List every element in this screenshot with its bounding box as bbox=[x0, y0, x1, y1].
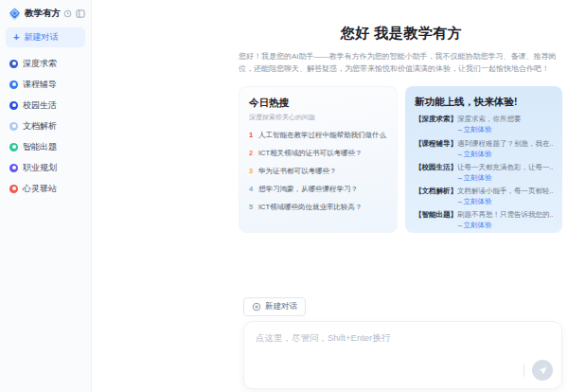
message-input-box bbox=[243, 321, 562, 389]
rank-number: 4 bbox=[249, 185, 255, 194]
hot-search-card: 今日热搜 深度探索你关心的问题 1 人工智能在教学过程中能帮助我们做什么？ 2 … bbox=[239, 86, 398, 233]
feature-tag: 【校园生活】 bbox=[415, 163, 457, 171]
quiz-generator-icon bbox=[9, 143, 18, 151]
try-now-link[interactable]: →立刻体验 bbox=[456, 173, 553, 182]
feature-tag: 【深度求索】 bbox=[415, 115, 457, 123]
new-chat-button-label: 新建对话 bbox=[265, 301, 297, 312]
sidebar-item-course-tutoring[interactable]: 课程辅导 bbox=[6, 74, 85, 95]
feature-desc: 让每一天都充满色彩，让每一... bbox=[457, 163, 553, 171]
rank-number: 2 bbox=[249, 149, 255, 158]
sidebar-item-doc-analysis[interactable]: 文档解析 bbox=[6, 116, 85, 136]
sidebar-item-label: 校园生活 bbox=[23, 99, 57, 112]
app-logo-icon bbox=[8, 7, 22, 21]
sidebar-item-label: 智能出题 bbox=[23, 141, 57, 153]
campus-life-icon bbox=[9, 101, 18, 110]
career-planning-icon bbox=[9, 164, 18, 172]
cards-row: 今日热搜 深度探索你关心的问题 1 人工智能在教学过程中能帮助我们做什么？ 2 … bbox=[239, 86, 564, 233]
sidebar-item-deep-search[interactable]: 深度求索 bbox=[6, 53, 85, 74]
sidebar-item-campus-life[interactable]: 校园生活 bbox=[6, 95, 85, 116]
feature-desc: 遇到课程难题了？别急，我在... bbox=[457, 139, 553, 148]
feature-desc: 刷题不再愁！只需告诉我您的... bbox=[457, 210, 553, 219]
hot-search-item-text: 人工智能在教学过程中能帮助我们做什么？ bbox=[258, 131, 387, 140]
feature-tag: 【智能出题】 bbox=[415, 210, 457, 219]
sidebar-header-actions bbox=[63, 9, 85, 18]
hot-search-item[interactable]: 3 华为证书都可以考哪些？ bbox=[249, 167, 387, 176]
new-chat-button[interactable]: 新建对话 bbox=[243, 297, 306, 316]
new-features-card: 新功能上线，快来体验! 【深度求索】 深度求索，你所想要 →立刻体验 【课程辅导… bbox=[405, 86, 562, 233]
doc-analysis-icon bbox=[9, 122, 18, 131]
greeting-title: 您好 我是教学有方 bbox=[239, 25, 564, 43]
welcome-section: 您好 我是教学有方 您好！我是您的AI助手——教学有方作为您的智能小助手，我不仅… bbox=[239, 0, 564, 233]
feature-item: 【校园生活】 让每一天都充满色彩，让每一... →立刻体验 bbox=[415, 163, 553, 182]
collapse-sidebar-icon[interactable] bbox=[76, 9, 85, 18]
divider bbox=[524, 364, 524, 377]
hot-search-item-text: 华为证书都可以考哪些？ bbox=[258, 167, 337, 176]
sidebar-header: 教学有方 bbox=[6, 5, 85, 27]
feature-item: 【文档解析】 文档解读小能手，每一页都轻... →立刻体验 bbox=[415, 187, 553, 205]
hot-search-item-text: ICT领域哪些岗位就业率比较高？ bbox=[258, 203, 363, 212]
sidebar-new-chat-button[interactable]: + 新建对话 bbox=[6, 27, 85, 47]
main-area: 您好 我是教学有方 您好！我是您的AI助手——教学有方作为您的智能小助手，我不仅… bbox=[92, 0, 568, 392]
sidebar-item-label: 深度求索 bbox=[23, 58, 57, 70]
sidebar-item-label: 心灵驿站 bbox=[23, 183, 57, 195]
sidebar-item-quiz-generator[interactable]: 智能出题 bbox=[6, 136, 85, 157]
rank-number: 1 bbox=[249, 131, 255, 140]
hot-search-list: 1 人工智能在教学过程中能帮助我们做什么？ 2 ICT相关领域的证书可以考哪些？… bbox=[249, 131, 387, 212]
hot-search-item[interactable]: 2 ICT相关领域的证书可以考哪些？ bbox=[249, 149, 387, 158]
plus-icon: + bbox=[13, 33, 19, 42]
feature-item: 【深度求索】 深度求索，你所想要 →立刻体验 bbox=[415, 115, 553, 134]
feature-tag: 【课程辅导】 bbox=[415, 139, 457, 148]
sidebar-item-mind-station[interactable]: 心灵驿站 bbox=[6, 178, 85, 199]
hot-search-item[interactable]: 4 想学习鸿蒙，从哪些课程学习？ bbox=[249, 185, 387, 194]
composer-section: 新建对话 bbox=[243, 297, 562, 389]
deep-search-icon bbox=[9, 60, 18, 68]
send-area bbox=[524, 360, 553, 381]
send-button[interactable] bbox=[532, 360, 553, 381]
circle-plus-icon bbox=[252, 302, 261, 312]
feature-desc: 深度求索，你所想要 bbox=[457, 115, 522, 123]
hot-search-item[interactable]: 5 ICT领域哪些岗位就业率比较高？ bbox=[249, 203, 387, 212]
hot-search-item-text: 想学习鸿蒙，从哪些课程学习？ bbox=[258, 185, 358, 194]
send-icon bbox=[538, 365, 548, 376]
greeting-description: 您好！我是您的AI助手——教学有方作为您的智能小助手，我不仅能协助您学习、备课、… bbox=[239, 50, 564, 75]
try-now-link[interactable]: →立刻体验 bbox=[456, 221, 553, 229]
message-input[interactable] bbox=[244, 322, 561, 362]
sidebar-item-label: 职业规划 bbox=[23, 162, 57, 174]
sidebar-item-label: 课程辅导 bbox=[23, 79, 57, 91]
sidebar: 教学有方 + 新建对话 深度求索 课程辅导 bbox=[0, 0, 92, 392]
sidebar-new-chat-label: 新建对话 bbox=[24, 31, 58, 44]
try-now-link[interactable]: →立刻体验 bbox=[456, 125, 553, 134]
try-now-link[interactable]: →立刻体验 bbox=[456, 150, 553, 158]
feature-tag: 【文档解析】 bbox=[415, 187, 457, 195]
course-tutoring-icon bbox=[9, 80, 18, 89]
sidebar-item-label: 文档解析 bbox=[23, 120, 57, 133]
try-now-link[interactable]: →立刻体验 bbox=[456, 197, 553, 205]
rank-number: 3 bbox=[249, 167, 255, 176]
settings-icon[interactable] bbox=[63, 9, 72, 18]
mind-station-icon bbox=[9, 185, 18, 193]
sidebar-nav: 深度求索 课程辅导 校园生活 文档解析 智能出题 职业规划 bbox=[6, 53, 85, 199]
feature-desc: 文档解读小能手，每一页都轻... bbox=[457, 187, 553, 195]
hot-search-title: 今日热搜 bbox=[249, 97, 387, 110]
app-title: 教学有方 bbox=[25, 8, 61, 20]
feature-item: 【课程辅导】 遇到课程难题了？别急，我在... →立刻体验 bbox=[415, 139, 553, 158]
sidebar-item-career-planning[interactable]: 职业规划 bbox=[6, 157, 85, 178]
rank-number: 5 bbox=[249, 203, 255, 212]
hot-search-item-text: ICT相关领域的证书可以考哪些？ bbox=[258, 149, 363, 158]
app-window: 教学有方 + 新建对话 深度求索 课程辅导 bbox=[0, 0, 568, 392]
feature-item: 【智能出题】 刷题不再愁！只需告诉我您的... →立刻体验 bbox=[415, 210, 553, 229]
hot-search-item[interactable]: 1 人工智能在教学过程中能帮助我们做什么？ bbox=[249, 131, 387, 140]
new-features-title: 新功能上线，快来体验! bbox=[415, 96, 553, 109]
hot-search-subtitle: 深度探索你关心的问题 bbox=[249, 113, 387, 122]
